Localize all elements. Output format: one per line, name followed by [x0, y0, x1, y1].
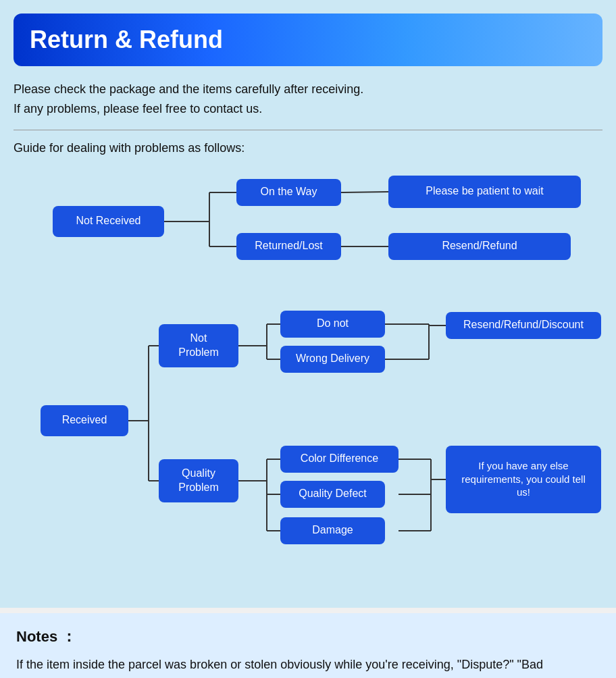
resend-refund-discount-btn: Resend/Refund/Discount — [446, 312, 601, 339]
any-else-btn: If you have any else requirements, you c… — [446, 446, 601, 513]
color-difference-btn: Color Difference — [280, 446, 399, 473]
main-container: Return & Refund Please check the package… — [0, 0, 616, 678]
divider — [14, 130, 602, 130]
svg-line-4 — [341, 192, 388, 192]
returned-lost-btn: Returned/Lost — [236, 233, 341, 260]
diagram2: Received Not Problem Quality Problem Do … — [14, 297, 602, 567]
please-be-patient-btn: Please be patient to wait — [388, 176, 581, 208]
quality-problem-btn: Quality Problem — [159, 459, 238, 502]
notes-text: If the item inside the parcel was broken… — [16, 655, 600, 678]
resend-refund-btn: Resend/Refund — [388, 233, 571, 260]
diagram1: Not Received On the Way Please be patien… — [14, 169, 602, 277]
not-problem-btn: Not Problem — [159, 324, 238, 367]
do-not-btn: Do not — [280, 311, 385, 338]
top-section: Return & Refund Please check the package… — [0, 0, 616, 608]
intro-line2: If any problems, please feel free to con… — [14, 102, 262, 115]
quality-defect-btn: Quality Defect — [280, 481, 385, 508]
page-title: Return & Refund — [30, 26, 586, 54]
intro-text: Please check the package and the items c… — [14, 80, 602, 119]
received-btn: Received — [41, 405, 128, 436]
notes-section: Notes ： If the item inside the parcel wa… — [0, 613, 616, 678]
header-banner: Return & Refund — [14, 14, 602, 66]
on-the-way-btn: On the Way — [236, 179, 341, 206]
guide-label: Guide for dealing with problems as follo… — [14, 141, 602, 155]
wrong-delivery-btn: Wrong Delivery — [280, 346, 385, 373]
notes-title: Notes ： — [16, 627, 600, 647]
damage-btn: Damage — [280, 517, 385, 544]
intro-line1: Please check the package and the items c… — [14, 82, 363, 96]
not-received-btn: Not Received — [53, 206, 164, 237]
